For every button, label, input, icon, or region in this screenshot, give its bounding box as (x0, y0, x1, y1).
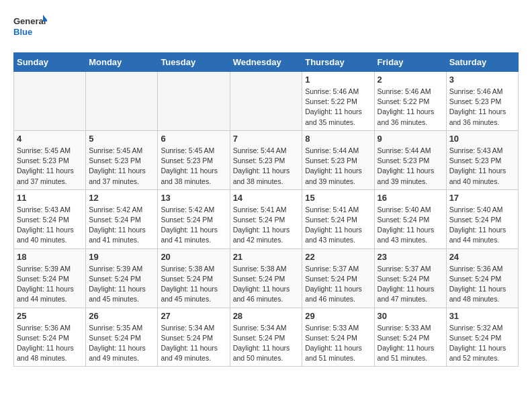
calendar-day-cell: 8Sunrise: 5:44 AMSunset: 5:23 PMDaylight… (302, 130, 374, 189)
day-number: 20 (161, 252, 226, 262)
day-number: 27 (161, 311, 226, 321)
calendar-day-cell: 2Sunrise: 5:46 AMSunset: 5:22 PMDaylight… (374, 72, 446, 131)
day-number: 1 (305, 75, 371, 85)
day-info: Sunrise: 5:45 AMSunset: 5:23 PMDaylight:… (161, 146, 226, 187)
calendar-day-cell: 1Sunrise: 5:46 AMSunset: 5:22 PMDaylight… (302, 72, 374, 131)
day-info: Sunrise: 5:34 AMSunset: 5:24 PMDaylight:… (233, 323, 300, 364)
calendar-week-row: 4Sunrise: 5:45 AMSunset: 5:23 PMDaylight… (14, 130, 519, 189)
calendar-day-cell: 29Sunrise: 5:33 AMSunset: 5:24 PMDayligh… (302, 308, 374, 367)
day-number: 10 (449, 134, 515, 144)
day-number: 31 (449, 311, 515, 321)
day-info: Sunrise: 5:45 AMSunset: 5:23 PMDaylight:… (17, 146, 83, 187)
calendar-day-cell: 10Sunrise: 5:43 AMSunset: 5:23 PMDayligh… (446, 130, 518, 189)
day-info: Sunrise: 5:44 AMSunset: 5:23 PMDaylight:… (233, 146, 300, 187)
day-number: 26 (89, 311, 154, 321)
svg-text:General: General (13, 16, 46, 26)
day-info: Sunrise: 5:41 AMSunset: 5:24 PMDaylight:… (305, 205, 371, 246)
day-number: 15 (305, 193, 371, 203)
day-info: Sunrise: 5:34 AMSunset: 5:24 PMDaylight:… (161, 323, 226, 364)
weekday-header: Wednesday (230, 53, 302, 72)
calendar-day-cell (86, 72, 158, 131)
day-info: Sunrise: 5:45 AMSunset: 5:23 PMDaylight:… (89, 146, 154, 187)
calendar-day-cell: 17Sunrise: 5:40 AMSunset: 5:24 PMDayligh… (446, 189, 518, 248)
calendar-day-cell: 31Sunrise: 5:32 AMSunset: 5:24 PMDayligh… (446, 308, 518, 367)
day-number: 2 (378, 75, 443, 85)
day-info: Sunrise: 5:38 AMSunset: 5:24 PMDaylight:… (161, 264, 226, 305)
day-number: 8 (305, 134, 371, 144)
day-number: 29 (305, 311, 371, 321)
day-info: Sunrise: 5:44 AMSunset: 5:23 PMDaylight:… (305, 146, 371, 187)
weekday-header: Friday (374, 53, 446, 72)
calendar-day-cell: 11Sunrise: 5:43 AMSunset: 5:24 PMDayligh… (14, 189, 86, 248)
day-info: Sunrise: 5:36 AMSunset: 5:24 PMDaylight:… (17, 323, 83, 364)
calendar-day-cell: 6Sunrise: 5:45 AMSunset: 5:23 PMDaylight… (158, 130, 230, 189)
day-number: 21 (233, 252, 300, 262)
day-info: Sunrise: 5:36 AMSunset: 5:24 PMDaylight:… (449, 264, 515, 305)
day-info: Sunrise: 5:40 AMSunset: 5:24 PMDaylight:… (449, 205, 515, 246)
calendar-day-cell: 12Sunrise: 5:42 AMSunset: 5:24 PMDayligh… (86, 189, 158, 248)
calendar-day-cell: 26Sunrise: 5:35 AMSunset: 5:24 PMDayligh… (86, 308, 158, 367)
calendar-day-cell: 27Sunrise: 5:34 AMSunset: 5:24 PMDayligh… (158, 308, 230, 367)
day-number: 5 (89, 134, 154, 144)
day-number: 7 (233, 134, 300, 144)
calendar-day-cell (14, 72, 86, 131)
calendar-day-cell: 16Sunrise: 5:40 AMSunset: 5:24 PMDayligh… (374, 189, 446, 248)
logo-svg: General Blue (13, 13, 47, 42)
day-number: 3 (449, 75, 515, 85)
day-info: Sunrise: 5:33 AMSunset: 5:24 PMDaylight:… (305, 323, 371, 364)
day-number: 23 (378, 252, 443, 262)
day-number: 28 (233, 311, 300, 321)
day-number: 6 (161, 134, 226, 144)
calendar-day-cell: 19Sunrise: 5:39 AMSunset: 5:24 PMDayligh… (86, 248, 158, 308)
calendar-day-cell: 20Sunrise: 5:38 AMSunset: 5:24 PMDayligh… (158, 248, 230, 308)
weekday-header: Thursday (302, 53, 374, 72)
day-info: Sunrise: 5:41 AMSunset: 5:24 PMDaylight:… (233, 205, 300, 246)
day-number: 11 (17, 193, 83, 203)
calendar-day-cell: 25Sunrise: 5:36 AMSunset: 5:24 PMDayligh… (14, 308, 86, 367)
day-info: Sunrise: 5:46 AMSunset: 5:22 PMDaylight:… (378, 87, 443, 128)
calendar-week-row: 1Sunrise: 5:46 AMSunset: 5:22 PMDaylight… (14, 72, 519, 131)
calendar-day-cell: 5Sunrise: 5:45 AMSunset: 5:23 PMDaylight… (86, 130, 158, 189)
calendar-day-cell (230, 72, 302, 131)
day-info: Sunrise: 5:40 AMSunset: 5:24 PMDaylight:… (378, 205, 443, 246)
day-number: 17 (449, 193, 515, 203)
calendar-day-cell: 28Sunrise: 5:34 AMSunset: 5:24 PMDayligh… (230, 308, 302, 367)
day-number: 9 (378, 134, 443, 144)
day-info: Sunrise: 5:42 AMSunset: 5:24 PMDaylight:… (161, 205, 226, 246)
day-number: 25 (17, 311, 83, 321)
day-info: Sunrise: 5:39 AMSunset: 5:24 PMDaylight:… (17, 264, 83, 305)
weekday-header: Monday (86, 53, 158, 72)
day-number: 24 (449, 252, 515, 262)
calendar-week-row: 25Sunrise: 5:36 AMSunset: 5:24 PMDayligh… (14, 308, 519, 367)
calendar-table: SundayMondayTuesdayWednesdayThursdayFrid… (13, 52, 519, 367)
day-number: 19 (89, 252, 154, 262)
weekday-header: Saturday (446, 53, 518, 72)
calendar-day-cell: 18Sunrise: 5:39 AMSunset: 5:24 PMDayligh… (14, 248, 86, 308)
day-info: Sunrise: 5:33 AMSunset: 5:24 PMDaylight:… (378, 323, 443, 364)
day-info: Sunrise: 5:43 AMSunset: 5:24 PMDaylight:… (17, 205, 83, 246)
day-info: Sunrise: 5:43 AMSunset: 5:23 PMDaylight:… (449, 146, 515, 187)
day-number: 22 (305, 252, 371, 262)
logo: General Blue (13, 13, 47, 42)
day-number: 14 (233, 193, 300, 203)
calendar-day-cell: 21Sunrise: 5:38 AMSunset: 5:24 PMDayligh… (230, 248, 302, 308)
day-info: Sunrise: 5:42 AMSunset: 5:24 PMDaylight:… (89, 205, 154, 246)
calendar-day-cell (158, 72, 230, 131)
weekday-header: Sunday (14, 53, 86, 72)
calendar-day-cell: 24Sunrise: 5:36 AMSunset: 5:24 PMDayligh… (446, 248, 518, 308)
calendar-day-cell: 22Sunrise: 5:37 AMSunset: 5:24 PMDayligh… (302, 248, 374, 308)
svg-text:Blue: Blue (13, 27, 32, 37)
page-header: General Blue (13, 13, 519, 42)
calendar-day-cell: 14Sunrise: 5:41 AMSunset: 5:24 PMDayligh… (230, 189, 302, 248)
day-number: 12 (89, 193, 154, 203)
day-info: Sunrise: 5:37 AMSunset: 5:24 PMDaylight:… (378, 264, 443, 305)
calendar-day-cell: 15Sunrise: 5:41 AMSunset: 5:24 PMDayligh… (302, 189, 374, 248)
day-info: Sunrise: 5:39 AMSunset: 5:24 PMDaylight:… (89, 264, 154, 305)
calendar-day-cell: 13Sunrise: 5:42 AMSunset: 5:24 PMDayligh… (158, 189, 230, 248)
calendar-day-cell: 9Sunrise: 5:44 AMSunset: 5:23 PMDaylight… (374, 130, 446, 189)
day-info: Sunrise: 5:37 AMSunset: 5:24 PMDaylight:… (305, 264, 371, 305)
calendar-week-row: 18Sunrise: 5:39 AMSunset: 5:24 PMDayligh… (14, 248, 519, 308)
day-info: Sunrise: 5:38 AMSunset: 5:24 PMDaylight:… (233, 264, 300, 305)
day-number: 4 (17, 134, 83, 144)
day-info: Sunrise: 5:44 AMSunset: 5:23 PMDaylight:… (378, 146, 443, 187)
